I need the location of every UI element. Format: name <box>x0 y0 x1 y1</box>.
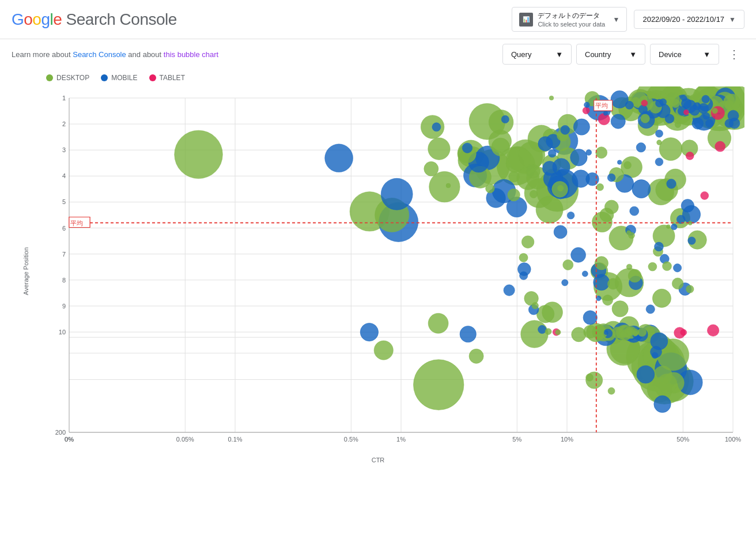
filter-buttons: Query ▼ Country ▼ Device ▼ ⋮ <box>502 44 744 65</box>
chart-area: DESKTOP MOBILE TABLET Average Position C… <box>12 69 744 496</box>
y-axis-label: Average Position <box>22 247 29 295</box>
legend-desktop: DESKTOP <box>46 74 89 82</box>
chart-legend: DESKTOP MOBILE TABLET <box>12 69 744 86</box>
device-filter-chevron: ▼ <box>703 50 710 59</box>
subheader-text: Learn more about Search Console and abou… <box>12 50 218 59</box>
bubble-chart-link[interactable]: this bubble chart <box>164 50 218 59</box>
logo: Google Search Console <box>12 10 177 29</box>
date-range-selector[interactable]: 2022/09/20 - 2022/10/17 ▼ <box>634 10 744 29</box>
subheader: Learn more about Search Console and abou… <box>0 39 756 69</box>
data-selector-button[interactable]: 📊 デフォルトのデータ Click to select your data ▼ <box>512 7 627 32</box>
x-axis-label: CTR <box>12 457 744 463</box>
data-selector-title: デフォルトのデータ <box>538 11 608 21</box>
subheader-text-middle: and about <box>128 50 163 59</box>
data-selector-icon: 📊 <box>519 13 533 27</box>
data-selector-chevron: ▼ <box>613 16 620 24</box>
header-controls: 📊 デフォルトのデータ Click to select your data ▼ … <box>512 7 744 32</box>
bubble-chart-canvas <box>40 86 744 455</box>
tablet-label: TABLET <box>160 74 185 82</box>
device-filter-button[interactable]: Device ▼ <box>650 44 719 65</box>
date-range-text: 2022/09/20 - 2022/10/17 <box>642 15 724 24</box>
legend-tablet: TABLET <box>149 74 185 82</box>
data-selector-subtitle: Click to select your data <box>538 21 608 28</box>
y-axis-container: Average Position <box>12 86 40 455</box>
query-filter-chevron: ▼ <box>555 50 563 59</box>
query-filter-label: Query <box>511 50 531 59</box>
device-filter-label: Device <box>659 50 682 59</box>
country-filter-chevron: ▼ <box>629 50 637 59</box>
logo-search-console: Search Console <box>62 10 177 29</box>
canvas-container <box>40 86 744 455</box>
search-console-link[interactable]: Search Console <box>73 50 126 59</box>
logo-google: Google <box>12 10 62 29</box>
query-filter-button[interactable]: Query ▼ <box>502 44 572 65</box>
desktop-label: DESKTOP <box>56 74 89 82</box>
country-filter-label: Country <box>585 50 611 59</box>
mobile-label: MOBILE <box>111 74 137 82</box>
date-range-chevron: ▼ <box>729 16 736 24</box>
legend-mobile: MOBILE <box>101 74 137 82</box>
subheader-text-prefix: Learn more about <box>12 50 73 59</box>
header: Google Search Console 📊 デフォルトのデータ Click … <box>0 0 756 39</box>
desktop-color-dot <box>46 74 53 81</box>
data-selector-text: デフォルトのデータ Click to select your data <box>538 11 608 28</box>
country-filter-button[interactable]: Country ▼ <box>576 44 645 65</box>
tablet-color-dot <box>149 74 156 81</box>
mobile-color-dot <box>101 74 108 81</box>
more-options-button[interactable]: ⋮ <box>724 44 744 65</box>
chart-container: Average Position <box>12 86 744 455</box>
